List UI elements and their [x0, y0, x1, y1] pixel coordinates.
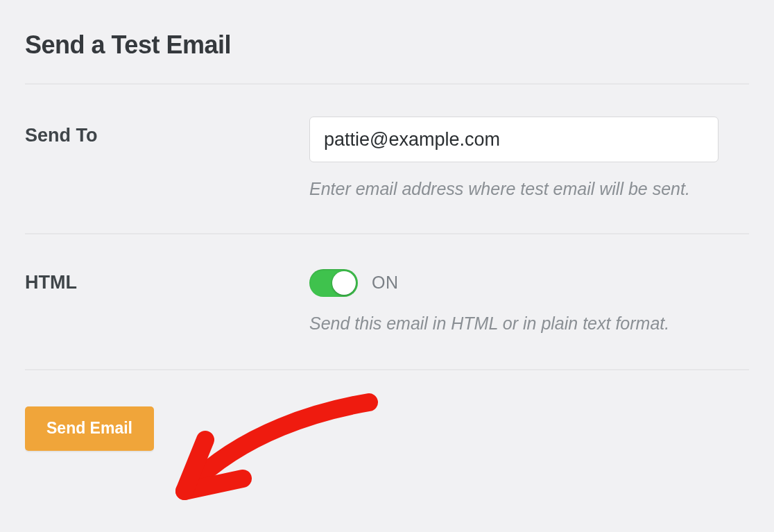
page-title: Send a Test Email [25, 31, 749, 83]
send-to-hint: Enter email address where test email wil… [309, 178, 749, 201]
html-toggle[interactable] [309, 269, 358, 297]
html-row: HTML ON Send this email in HTML or in pl… [25, 233, 749, 369]
footer: Send Email [25, 369, 749, 451]
send-to-row: Send To Enter email address where test e… [25, 83, 749, 233]
html-label: HTML [25, 269, 309, 293]
html-control: ON Send this email in HTML or in plain t… [309, 269, 749, 336]
send-to-label: Send To [25, 117, 309, 146]
html-toggle-state: ON [372, 273, 399, 293]
toggle-knob [332, 271, 356, 295]
html-hint: Send this email in HTML or in plain text… [309, 312, 749, 336]
send-to-input[interactable] [309, 117, 719, 162]
send-email-button[interactable]: Send Email [25, 406, 154, 451]
send-to-control: Enter email address where test email wil… [309, 117, 749, 201]
